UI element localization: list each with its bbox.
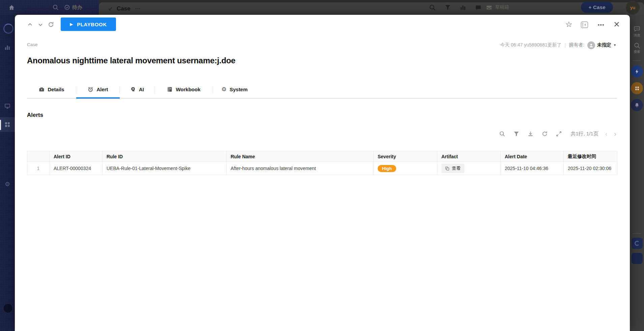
book-icon xyxy=(167,87,173,92)
cases-icon xyxy=(0,122,15,128)
tab-ai[interactable]: AI xyxy=(120,81,154,98)
col-severity: Severity xyxy=(374,151,437,162)
prev-record-button[interactable] xyxy=(25,20,35,30)
severity-badge: High xyxy=(378,165,396,172)
owner-dropdown[interactable]: 未指定 ▼ xyxy=(587,41,616,49)
topbar-chart-icon[interactable] xyxy=(460,4,466,10)
owner-value: 未指定 xyxy=(597,42,611,48)
tab-bar: Details Alert AI Workbook xyxy=(27,81,617,99)
tab-alert[interactable]: Alert xyxy=(76,81,120,98)
sidebar-user-avatar[interactable] xyxy=(3,303,13,313)
tab-workbook[interactable]: Workbook xyxy=(154,81,213,98)
top-left-nav: 待办 xyxy=(0,0,99,15)
playbook-label: PLAYBOOK xyxy=(77,22,107,27)
tab-label: AI xyxy=(139,87,144,92)
col-rule-name: Rule Name xyxy=(227,151,374,162)
pagination-text: 共1行, 1/1页 xyxy=(570,131,598,137)
col-rule-id: Rule ID xyxy=(103,151,227,162)
owner-label: 拥有者: xyxy=(569,42,584,48)
favorite-star-icon[interactable]: ☆ xyxy=(564,19,574,29)
grid-icon xyxy=(635,86,640,91)
case-title: Anomalous nighttime lateral movement use… xyxy=(27,56,235,65)
application-root: ⚙ 待办 Case ⋯ xyxy=(0,0,644,331)
col-artifact: Artifact xyxy=(437,151,501,162)
cell-last-modified: 2025-11-20 02:30:06 xyxy=(564,162,617,175)
gear-icon: ⚙ xyxy=(222,86,227,93)
ai-assistant-button[interactable] xyxy=(631,65,643,77)
drafts-item[interactable]: 草稿箱 xyxy=(486,0,509,15)
top-bar: Case ⋯ 草稿箱 + Case xyxy=(99,0,644,15)
rail-search-label: 搜索 xyxy=(634,49,640,54)
tab-title: Case xyxy=(117,5,130,12)
bell-icon xyxy=(634,102,640,108)
tab-label: Alert xyxy=(96,87,108,92)
topbar-search-icon[interactable] xyxy=(429,4,436,11)
row-index: 1 xyxy=(27,162,50,175)
tab-menu-icon[interactable]: ⋯ xyxy=(135,6,141,12)
rail-divider xyxy=(633,60,641,61)
meta-divider: | xyxy=(565,42,566,48)
apps-grid-button[interactable] xyxy=(631,82,643,94)
search-icon[interactable] xyxy=(53,4,59,10)
drafts-label: 草稿箱 xyxy=(495,4,509,10)
side-panel-icon[interactable]: ‹ xyxy=(579,20,589,30)
briefcase-icon xyxy=(39,87,45,92)
monitor-icon[interactable] xyxy=(0,103,15,109)
cell-artifact: 查看 xyxy=(437,162,501,175)
refresh-button[interactable] xyxy=(46,20,56,30)
playbook-button[interactable]: ▶ PLAYBOOK xyxy=(61,18,116,31)
product-logo-button[interactable] xyxy=(632,238,643,249)
avatar-initials: yu xyxy=(630,5,635,10)
table-filter-icon[interactable] xyxy=(513,130,520,137)
settings-gear-icon[interactable]: ⚙ xyxy=(0,180,15,188)
tab-details[interactable]: Details xyxy=(27,81,76,98)
app-logo xyxy=(3,24,13,34)
todo-item[interactable]: 待办 xyxy=(64,4,82,11)
page-next-icon[interactable]: › xyxy=(614,130,616,138)
view-label: 查看 xyxy=(452,165,461,171)
notifications-button[interactable] xyxy=(631,99,643,111)
new-case-button[interactable]: + Case xyxy=(581,2,613,13)
col-index xyxy=(27,151,50,162)
sidebar-active-item[interactable] xyxy=(0,117,15,132)
table-expand-icon[interactable] xyxy=(555,130,562,137)
more-options-icon[interactable]: ••• xyxy=(596,20,606,30)
rail-search-icon xyxy=(634,42,640,49)
table-header-row: Alert ID Rule ID Rule Name Severity Arti… xyxy=(27,151,617,162)
table-row[interactable]: 1 ALERT-00000324 UEBA-Rule-01-Lateral-Mo… xyxy=(27,162,617,175)
check-circle-icon xyxy=(64,4,70,10)
left-sidebar: ⚙ xyxy=(0,0,15,331)
cell-alert-id: ALERT-00000324 xyxy=(50,162,103,175)
case-detail-modal: ▶ PLAYBOOK ☆ ‹ ••• Case 今天 06:47 yu58906… xyxy=(15,15,630,331)
messages-item[interactable]: 消息 xyxy=(634,26,640,38)
topbar-chat-icon[interactable] xyxy=(475,4,481,11)
cell-rule-id: UEBA-Rule-01-Lateral-Movement-Spike xyxy=(103,162,227,175)
user-avatar[interactable]: yu xyxy=(626,1,640,14)
table-search-icon[interactable] xyxy=(498,130,506,137)
next-record-button[interactable] xyxy=(35,20,46,30)
page-prev-icon[interactable]: ‹ xyxy=(605,130,608,138)
artifact-view-button[interactable]: 查看 xyxy=(441,164,464,173)
table-refresh-icon[interactable] xyxy=(541,130,548,137)
col-alert-date: Alert Date xyxy=(501,151,564,162)
cell-severity: High xyxy=(374,162,437,175)
new-case-label: + Case xyxy=(588,4,606,10)
rail-search-item[interactable]: 搜索 xyxy=(634,42,640,54)
diagonal-arrow-icon[interactable] xyxy=(108,6,113,11)
lightning-icon xyxy=(634,69,640,74)
rail-extra-button[interactable] xyxy=(632,253,643,264)
sidebar-active-indicator xyxy=(0,120,1,130)
close-icon[interactable] xyxy=(612,19,622,29)
home-icon[interactable] xyxy=(8,4,15,11)
alerts-table: Alert ID Rule ID Rule Name Severity Arti… xyxy=(27,151,617,175)
tab-system[interactable]: ⚙ System xyxy=(213,81,256,98)
todo-label: 待办 xyxy=(72,4,82,11)
topbar-filter-icon[interactable] xyxy=(445,4,451,10)
dashboard-icon[interactable] xyxy=(0,44,15,51)
case-tab[interactable]: Case ⋯ xyxy=(99,2,644,15)
table-download-icon[interactable] xyxy=(527,130,534,137)
col-alert-id: Alert ID xyxy=(50,151,103,162)
cell-rule-name: After-hours anomalous lateral movement xyxy=(227,162,374,175)
messages-label: 消息 xyxy=(634,33,640,38)
entity-label: Case xyxy=(27,42,38,47)
